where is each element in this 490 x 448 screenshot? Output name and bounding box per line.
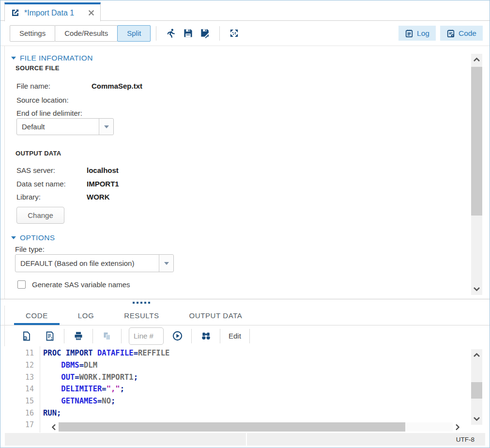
change-button[interactable]: Change [16,207,64,224]
code-line: 13 OUT=WORK.IMPORT1; [0,371,490,383]
code-vertical-scrollbar[interactable] [471,349,482,425]
copy-button[interactable] [98,328,116,344]
scroll-down-button[interactable] [471,284,482,294]
code-text[interactable]: DELIMITER=","; [39,385,124,393]
splitter-handle-icon[interactable] [133,302,150,304]
toolbar-separator [92,329,93,343]
code-token: PROC IMPORT [43,349,93,357]
scrollbar-track[interactable] [59,422,453,432]
scroll-down-button[interactable] [471,414,482,424]
settings-scrollbar[interactable] [471,54,482,295]
results-tabbar: CODE LOG RESULTS OUTPUT DATA [0,306,490,325]
source-location-label: Source location: [16,96,92,104]
view-button-settings[interactable]: Settings [10,25,55,42]
import-task-icon [11,8,20,17]
code-token: ; [57,409,61,417]
section-file-information[interactable]: FILE INFORMATION [11,54,467,62]
code-token: "," [107,385,120,393]
eol-delimiter-select[interactable]: Default [16,118,114,135]
line-number: 15 [0,397,39,405]
tab-output-data[interactable]: OUTPUT DATA [178,306,254,325]
scrollbar-thumb[interactable] [59,422,405,432]
code-horizontal-scrollbar[interactable] [49,422,462,432]
sas-server-label: SAS server: [16,166,87,174]
goto-line-button[interactable] [168,328,186,344]
scroll-up-button[interactable] [471,55,482,64]
section-options[interactable]: OPTIONS [11,233,467,242]
scrollbar-thumb[interactable] [471,67,482,216]
code-line: 11PROC IMPORT DATAFILE=REFFILE [0,347,490,359]
find-button[interactable] [197,328,214,344]
scrollbar-thumb[interactable] [471,382,482,399]
field-row-library: Library: WORK [16,191,467,202]
toolbar-separator [220,329,220,343]
code-toolbar: Edit [0,325,490,346]
code-editor[interactable]: 11PROC IMPORT DATAFILE=REFFILE12 DBMS=DL… [0,346,490,433]
code-button-label: Code [459,29,476,38]
print-icon [74,331,83,341]
field-row-file-name: File name: CommaSep.txt [16,80,467,91]
tab-log[interactable]: LOG [66,306,106,325]
save-as-button[interactable] [197,25,214,42]
run-button[interactable] [162,25,179,42]
code-text[interactable]: RUN; [39,409,61,417]
encoding-status: UTF-8 [247,433,485,446]
tab-close-icon[interactable] [87,9,95,17]
chevron-down-icon [164,262,169,265]
log-button[interactable]: Log [398,26,436,41]
collapse-triangle-icon [11,236,16,239]
tab-import-data[interactable]: *Import Data 1 [4,2,101,21]
code-token: DLM [84,361,97,370]
settings-content: FILE INFORMATION SOURCE FILE File name: … [0,46,467,289]
code-token: = [75,373,79,382]
code-text[interactable]: GETNAMES=NO; [39,397,115,405]
code-text[interactable]: OUT=WORK.IMPORT1; [39,373,138,382]
maximize-icon [230,29,239,38]
code-token: RUN [43,409,57,417]
code-token: = [102,385,106,393]
dropdown-arrow-button[interactable] [159,255,173,272]
collapse-triangle-icon [11,57,16,60]
view-button-code-results[interactable]: Code/Results [55,25,118,42]
file-type-select[interactable]: DEFAULT (Based on file extension) [15,254,174,272]
settings-pane: FILE INFORMATION SOURCE FILE File name: … [0,46,490,299]
goto-line-icon [172,331,183,341]
import-data-window: *Import Data 1 Settings Code/Results Spl… [0,0,490,448]
dropdown-arrow-button[interactable] [99,119,113,135]
code-text[interactable]: PROC IMPORT DATAFILE=REFFILE [39,349,169,357]
generate-names-checkbox[interactable] [17,280,26,289]
code-token: = [97,397,102,405]
code-button[interactable]: Code [440,26,483,41]
copy-to-my-snippets-button[interactable] [18,328,35,344]
data-set-name-label: Data set name: [16,180,87,188]
toolbar-separator [219,26,220,41]
format-code-button[interactable] [41,328,59,344]
maximize-button[interactable] [225,25,243,42]
options-title: OPTIONS [20,233,55,242]
tab-code[interactable]: CODE [14,306,60,325]
print-button[interactable] [70,328,87,344]
status-cell [5,433,246,446]
line-number: 14 [0,385,39,393]
code-token: GETNAMES [61,397,97,405]
view-button-split[interactable]: Split [117,25,151,42]
generate-names-row: Generate SAS variable names [17,280,467,289]
goto-line-input[interactable] [129,327,164,345]
pane-splitter[interactable] [0,299,490,306]
line-number: 11 [0,349,39,357]
scroll-up-button[interactable] [471,350,482,360]
document-tabstrip: *Import Data 1 [0,0,490,21]
status-bar: UTF-8 [5,433,485,446]
scroll-right-button[interactable] [453,422,462,432]
code-lines: 11PROC IMPORT DATAFILE=REFFILE12 DBMS=DL… [0,346,490,433]
save-button[interactable] [179,25,197,42]
code-text[interactable]: DBMS=DLM [39,361,97,370]
edit-menu-button[interactable]: Edit [229,332,241,340]
code-token: WORK.IMPORT1 [79,373,134,382]
code-line: 16RUN; [0,407,490,419]
tab-results[interactable]: RESULTS [112,306,170,325]
chevron-down-icon [104,125,109,128]
eol-delimiter-value: Default [17,119,99,135]
code-token: DATAFILE [97,349,134,357]
scroll-left-button[interactable] [49,422,59,432]
